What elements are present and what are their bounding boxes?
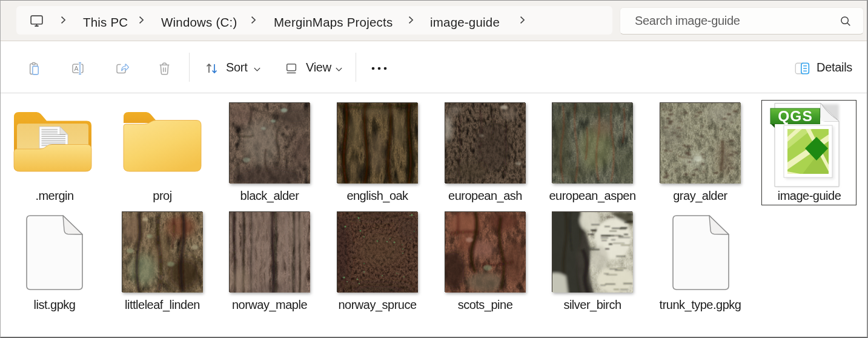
svg-text:QGS: QGS: [778, 108, 812, 124]
svg-text:A: A: [75, 65, 79, 72]
